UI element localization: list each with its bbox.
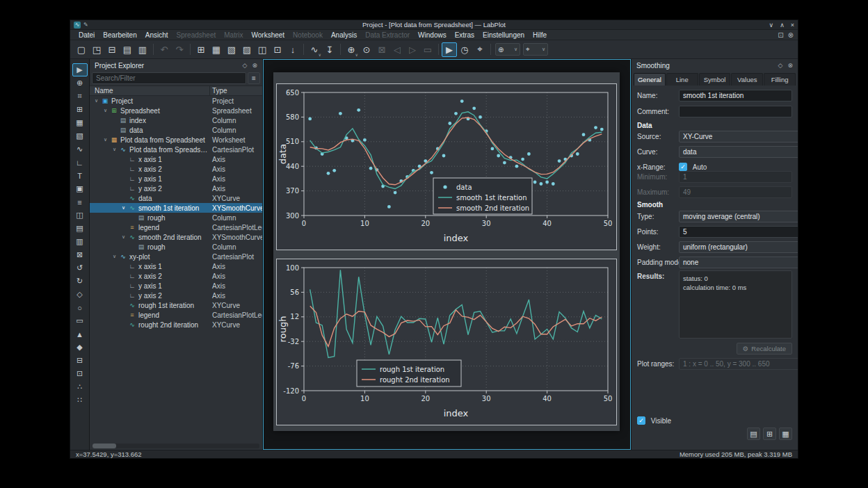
close-button[interactable]: × [791,21,794,29]
expander-icon[interactable]: ∨ [120,205,127,211]
apply-template-icon[interactable]: ⊞ [763,428,776,440]
worksheet-view[interactable]: 01020304050300370440510580650indexdatada… [263,59,631,450]
new-project-icon[interactable]: ▢ [74,42,89,57]
menu-datei[interactable]: Datei [74,31,99,39]
tree-row-xy-plot[interactable]: ∨∿xy-plotCartesianPlot [90,252,262,261]
tree-row-smooth-2nd-iteration[interactable]: ∨∿smooth 2nd iterationXYSmoothCurve [90,232,262,242]
minimize-button[interactable]: ∨ [769,21,774,29]
menu-einstellungen[interactable]: Einstellungen [479,31,529,39]
new-worksheet-icon[interactable]: ▧ [72,129,88,143]
select-icon[interactable]: ▶ [72,63,88,76]
tree-row-x-axis-2[interactable]: ∟x axis 2Axis [90,271,262,281]
tree-row-rought-2nd-iteration[interactable]: ∿rought 2nd iterationXYCurve [90,320,262,330]
column-layout-icon[interactable]: ▥ [72,235,88,248]
ellipse-icon[interactable]: ○ [72,301,88,314]
tab-symbol[interactable]: Symbol [699,73,731,86]
curve-select[interactable]: data ∨ [679,146,798,158]
tree-row-spreadsheet[interactable]: ∨⊞SpreadsheetSpreadsheet [90,106,262,115]
worksheet-page[interactable]: 01020304050300370440510580650indexdatada… [273,72,620,431]
smoothing-header[interactable]: Smoothing ◇⊗ [632,59,798,72]
float-icon[interactable]: ◇ [243,62,248,69]
zoom-icon[interactable]: ⊕ [72,76,88,90]
tree-row-x-axis-2[interactable]: ∟x axis 2Axis [90,164,262,174]
tree-row-rough[interactable]: ▤roughColumn [90,213,262,222]
collapse-icon[interactable]: ⊟ [72,354,88,367]
menu-bearbeiten[interactable]: Bearbeiten [99,31,140,39]
tree-row-x-axis-1[interactable]: ∟x axis 1Axis [90,154,262,164]
tree-column-header[interactable]: Name Type [90,86,262,96]
tree-row-legend[interactable]: ≡legendCartesianPlotLegend [90,310,262,320]
tree-row-y-axis-1[interactable]: ∟y axis 1Axis [90,174,262,184]
shape-icon[interactable]: ◇ [72,288,88,301]
tree-row-legend[interactable]: ≡legendCartesianPlotLegend [90,222,262,232]
source-select[interactable]: XY-Curve ∨ [679,131,798,143]
padding-mode-select[interactable]: none ∨ [679,257,798,268]
tree-row-rough-1st-iteration[interactable]: ∿rough 1st iterationXYCurve [90,300,262,310]
break-layout-icon[interactable]: ⊠ [72,248,88,261]
column-type-header[interactable]: Type [212,87,227,95]
recalculate-button[interactable]: ⚙ Recalculate [737,343,792,355]
tree-row-plot-data-from-spreadsheet[interactable]: ∨▦Plot data from SpreadsheetWorksheet [90,135,262,145]
tab-line[interactable]: Line [666,73,698,86]
menu-extras[interactable]: Extras [451,31,479,39]
float-icon[interactable]: ◇ [778,62,783,69]
tree-row-y-axis-1[interactable]: ∟y axis 1Axis [90,281,262,291]
rect-icon[interactable]: ▭ [72,314,88,327]
new-spreadsheet-icon[interactable]: ⊞ [193,42,209,57]
points-stepper[interactable] [679,226,798,238]
expander-icon[interactable]: ∨ [120,234,127,240]
tree-row-data[interactable]: ∿dataXYCurve [90,193,262,203]
save-template-icon[interactable]: ▦ [779,428,792,440]
cursor-pointer-icon[interactable]: ▶ [442,42,457,57]
zoom-fit-icon[interactable]: ⊙ [359,42,374,57]
new-plot-icon[interactable]: ∿ [72,143,88,156]
new-live-data-icon[interactable]: ↓ [285,42,300,57]
menu-ansicht[interactable]: Ansicht [141,31,172,39]
expander-icon[interactable]: ∨ [111,147,118,152]
close-icon[interactable]: ⊗ [252,62,257,69]
tree-row-index[interactable]: ▤indexColumn [90,115,262,125]
axis-icon[interactable]: ∟ [72,156,88,169]
new-spreadsheet-icon[interactable]: ⊞ [72,103,88,116]
expander-icon[interactable]: ∨ [93,98,100,104]
time-cursor-icon[interactable]: ◷ [457,42,472,57]
new-matrix-icon[interactable]: ▦ [72,116,88,129]
weight-select[interactable]: uniform (rectangular) ∨ [679,241,798,253]
tab-values[interactable]: Values [731,73,763,86]
tree-row-data[interactable]: ▤dataColumn [90,125,262,135]
menu-analysis[interactable]: Analysis [327,31,361,39]
search-input[interactable] [92,72,246,84]
ratio-icon[interactable]: ∷ [72,393,88,407]
close-icon[interactable]: ⊗ [787,62,793,69]
plot-area-data[interactable]: 01020304050300370440510580650indexdatada… [276,83,617,250]
menu-windows[interactable]: Windows [414,31,451,39]
legend-icon[interactable]: ≡ [72,195,88,209]
tree-row-y-axis-2[interactable]: ∟y axis 2Axis [90,291,262,300]
tree-row-x-axis-1[interactable]: ∟x axis 1Axis [90,261,262,271]
new-matrix-icon[interactable]: ▦ [209,42,224,57]
import-icon[interactable]: ↧ [322,42,337,57]
mdi-restore-icon[interactable]: ⊡ [778,31,783,39]
new-workbook-icon[interactable]: ◫ [255,42,270,57]
points-icon[interactable]: ∴ [72,380,88,393]
name-field[interactable] [679,90,792,101]
box-icon[interactable]: ⊡ [72,367,88,380]
tab-filling[interactable]: Filling [764,73,796,86]
magnification-combo[interactable]: ⌖∨ [523,43,548,56]
tree-row-y-axis-2[interactable]: ∟y axis 2Axis [90,184,262,193]
new-worksheet-icon[interactable]: ▧ [224,42,239,57]
tree-row-smooth-1st-iteration[interactable]: ∨∿smooth 1st iterationXYSmoothCurve [90,203,262,213]
visible-checkbox[interactable]: ✓ [637,416,645,425]
open-project-icon[interactable]: ◳ [89,42,104,57]
print-icon[interactable]: ▤ [120,42,135,57]
crosshair-icon[interactable]: ⌖ [472,42,488,57]
tree-row-rough[interactable]: ▤roughColumn [90,242,262,252]
auto-checkbox[interactable]: ✓ [679,163,687,171]
new-datapicker-icon[interactable]: ⊡ [270,42,285,57]
titlebar[interactable]: ∿ ✎ Project - [Plot data from Spreadshee… [70,20,798,30]
tree-row-project[interactable]: ∨▣ProjectProject [90,96,262,106]
expander-icon[interactable]: ∨ [102,137,109,143]
export-icon[interactable]: ▤ [747,428,760,440]
filter-options-icon[interactable]: ≡ [248,72,260,84]
undo-view-icon[interactable]: ↺ [72,261,88,275]
